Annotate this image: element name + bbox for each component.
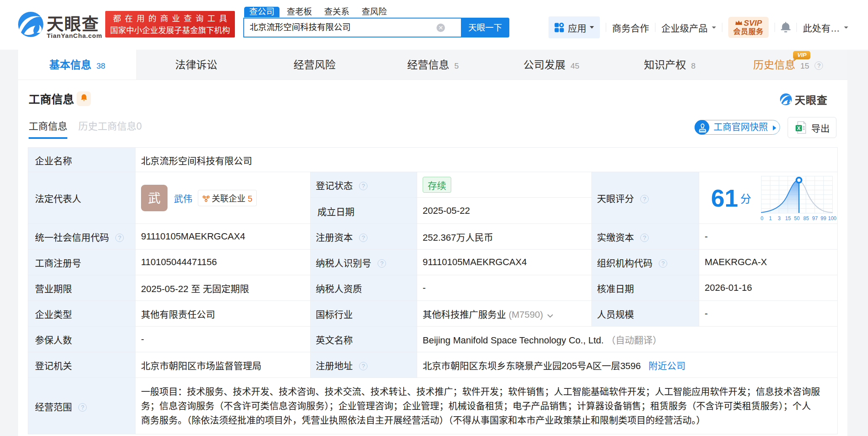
svg-text:15: 15	[785, 215, 791, 221]
svg-text:100: 100	[828, 215, 836, 221]
svg-text:3: 3	[777, 215, 780, 221]
svg-text:97: 97	[812, 215, 818, 221]
svg-text:天眼查: 天眼查	[795, 94, 828, 106]
svg-text:50: 50	[794, 215, 800, 221]
svg-text:天眼查: 天眼查	[47, 15, 99, 33]
svg-text:X: X	[797, 125, 800, 131]
svg-text:TianYanCha.com: TianYanCha.com	[47, 32, 102, 39]
svg-text:0: 0	[760, 215, 763, 221]
svg-text:1: 1	[769, 215, 772, 221]
svg-text:85: 85	[803, 215, 809, 221]
svg-text:99: 99	[820, 215, 826, 221]
